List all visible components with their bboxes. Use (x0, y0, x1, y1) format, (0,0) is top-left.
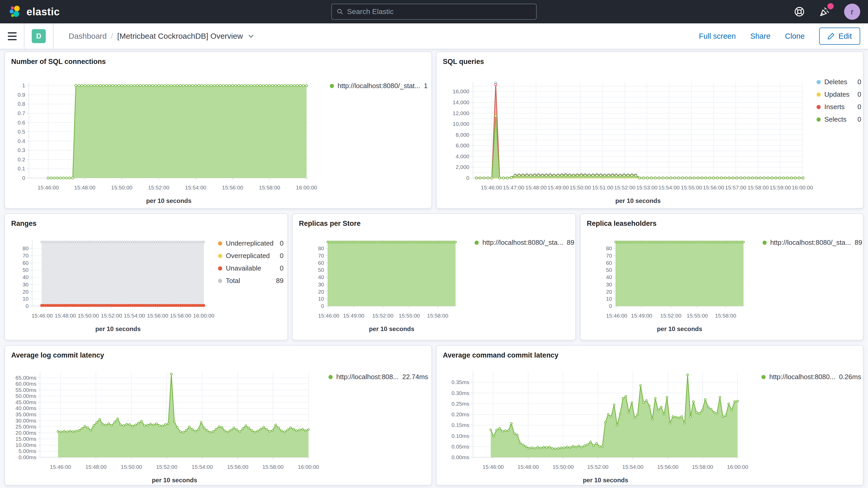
svg-text:60: 60 (606, 260, 612, 266)
legend-item[interactable]: Selects0 (816, 115, 861, 123)
chart-ranges: 15:46:0015:48:0015:50:0015:52:0015:54:00… (5, 214, 287, 340)
title-dropdown-button[interactable] (247, 32, 255, 40)
svg-text:0: 0 (26, 303, 29, 309)
svg-text:70: 70 (23, 252, 29, 258)
svg-text:15:58:00: 15:58:00 (715, 313, 736, 318)
legend-series-dot (762, 375, 766, 379)
user-avatar[interactable]: r (844, 4, 860, 20)
legend-item[interactable]: Underreplicated0 (218, 239, 283, 247)
svg-text:25.00ms: 25.00ms (16, 424, 36, 430)
legend-item[interactable]: http://localhost:8080...0.26ms (762, 373, 859, 381)
legend-item[interactable]: Unavailable0 (218, 264, 283, 272)
chart-command-commit-latency: 15:46:0015:48:0015:50:0015:52:0015:54:00… (437, 345, 863, 485)
svg-text:8,000: 8,000 (456, 132, 469, 138)
legend-item[interactable]: Inserts0 (816, 103, 861, 111)
legend-series-value: 0 (854, 90, 861, 98)
legend-item[interactable]: Overreplicated0 (218, 252, 283, 260)
legend-series-dot (474, 241, 479, 245)
svg-text:per 10 seconds: per 10 seconds (657, 325, 702, 332)
legend-item[interactable]: http://localhost:8080/_stat...1 (330, 82, 427, 90)
chart-svg: 15:46:0015:49:0015:52:0015:55:0015:58:00… (581, 240, 751, 336)
announcements-button[interactable] (818, 6, 831, 18)
svg-text:16:00:00: 16:00:00 (296, 184, 317, 190)
panel-ranges[interactable]: Ranges 15:46:0015:48:0015:50:0015:52:001… (4, 213, 288, 340)
svg-text:16:00:00: 16:00:00 (727, 464, 748, 470)
svg-text:70: 70 (318, 252, 324, 258)
svg-text:65.00ms: 65.00ms (16, 375, 36, 381)
svg-text:0.25ms: 0.25ms (452, 401, 469, 407)
svg-text:15:56:00: 15:56:00 (147, 313, 168, 318)
legend-series-label: http://localhost:808... (336, 373, 399, 381)
divider (24, 23, 24, 49)
search-input[interactable] (347, 7, 531, 16)
chart-replicas-per-store: 15:46:0015:49:0015:52:0015:55:0015:58:00… (292, 214, 575, 340)
svg-text:0.15ms: 0.15ms (452, 422, 469, 428)
help-button[interactable] (794, 6, 805, 18)
legend-series-value: 0 (854, 115, 861, 123)
panel-log-commit-latency[interactable]: Average log commit latency 15:46:0015:48… (4, 345, 432, 485)
lifebuoy-icon (794, 6, 805, 18)
chart-sql-connections: 15:46:0015:48:0015:50:0015:52:0015:54:00… (5, 52, 431, 208)
legend-series-value: 0 (854, 78, 861, 86)
legend-series-value: 22.74ms (399, 373, 428, 381)
legend-item[interactable]: http://localhost:8080/_sta...89 (763, 239, 862, 247)
svg-text:50: 50 (318, 267, 324, 273)
svg-text:15.00ms: 15.00ms (16, 436, 36, 442)
breadcrumb-dashboard-link[interactable]: Dashboard (69, 32, 107, 40)
svg-text:15:57:00: 15:57:00 (725, 184, 746, 190)
menu-button[interactable] (8, 32, 17, 40)
app-header: elastic (0, 0, 868, 23)
legend-item[interactable]: Updates0 (816, 90, 861, 98)
svg-text:0.35ms: 0.35ms (452, 379, 469, 385)
svg-text:15:50:00: 15:50:00 (570, 184, 591, 190)
legend-series-dot (763, 241, 767, 245)
svg-text:80: 80 (606, 245, 612, 251)
elastic-logo[interactable]: elastic (8, 4, 60, 19)
svg-text:0: 0 (22, 175, 25, 181)
legend-item[interactable]: http://localhost:808...22.74ms (329, 373, 427, 381)
chart-sql-queries: 15:46:0015:47:0015:48:0015:49:0015:50:00… (437, 52, 863, 208)
svg-text:40: 40 (23, 274, 29, 280)
panel-command-commit-latency[interactable]: Average command commit latency 15:46:001… (436, 345, 864, 485)
svg-text:60: 60 (318, 260, 324, 266)
svg-text:0: 0 (609, 303, 612, 309)
breadcrumb-separator: / (111, 32, 113, 40)
svg-text:40: 40 (606, 274, 612, 280)
svg-text:15:46:00: 15:46:00 (31, 313, 53, 318)
legend-series-dot (218, 254, 222, 258)
svg-text:6,000: 6,000 (456, 143, 469, 148)
chart-svg: 15:46:0015:49:0015:52:0015:55:0015:58:00… (292, 240, 463, 336)
legend-series-label: http://localhost:8080/_stat... (338, 82, 420, 90)
panel-replicas-per-store[interactable]: Replicas per Store 15:46:0015:49:0015:52… (292, 213, 576, 340)
panel-replica-leaseholders[interactable]: Replica leaseholders 15:46:0015:49:0015:… (580, 213, 864, 340)
svg-text:15:47:00: 15:47:00 (503, 184, 524, 190)
clone-button[interactable]: Clone (785, 32, 805, 40)
chart-svg: 15:46:0015:48:0015:50:0015:52:0015:54:00… (437, 372, 746, 485)
legend-item[interactable]: http://localhost:8080/_sta...89 (474, 239, 574, 247)
full-screen-button[interactable]: Full screen (699, 32, 736, 40)
page-title: [Metricbeat CockroachDB] Overview (117, 32, 243, 40)
svg-text:30: 30 (318, 281, 324, 287)
legend-item[interactable]: Deletes0 (816, 78, 861, 86)
edit-button[interactable]: Edit (819, 28, 860, 45)
global-search[interactable] (331, 4, 537, 20)
chart-svg: 15:46:0015:48:0015:50:0015:52:0015:54:00… (5, 82, 316, 208)
svg-text:30: 30 (606, 281, 612, 287)
svg-text:0.10ms: 0.10ms (452, 433, 469, 439)
svg-text:0: 0 (466, 175, 469, 181)
svg-text:0.1: 0.1 (18, 165, 25, 172)
svg-text:16:00:00: 16:00:00 (792, 184, 813, 190)
svg-text:15:55:00: 15:55:00 (681, 184, 702, 190)
dashboard-badge[interactable]: D (32, 29, 46, 43)
share-button[interactable]: Share (750, 32, 770, 40)
legend-item[interactable]: Total89 (218, 277, 283, 285)
chart-legend: http://localhost:8080/_sta...89 (763, 239, 862, 251)
svg-text:15:54:00: 15:54:00 (185, 184, 206, 190)
svg-text:15:55:00: 15:55:00 (687, 313, 708, 318)
legend-series-label: Selects (824, 115, 846, 123)
panel-sql-queries[interactable]: SQL queries 15:46:0015:47:0015:48:0015:4… (436, 52, 864, 209)
svg-text:per 10 seconds: per 10 seconds (146, 197, 191, 204)
svg-text:15:58:00: 15:58:00 (170, 313, 191, 318)
svg-text:0.4: 0.4 (18, 138, 26, 144)
panel-sql-connections[interactable]: Number of SQL connections 15:46:0015:48:… (4, 52, 432, 209)
